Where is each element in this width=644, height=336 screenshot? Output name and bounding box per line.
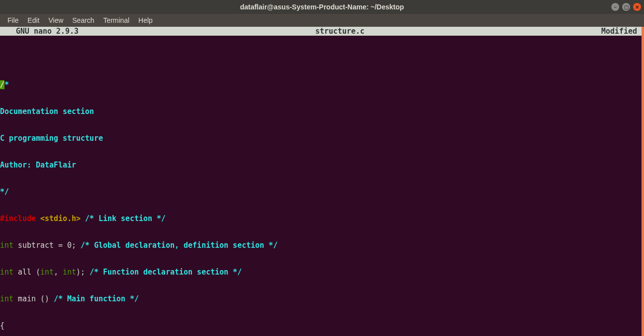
editor-blank-line (0, 54, 644, 62)
editor-area[interactable]: /* Documentation section C programming s… (0, 36, 644, 336)
nano-filename: structure.c (79, 27, 601, 36)
right-edge-strip (642, 27, 644, 336)
close-button[interactable]: ✕ (633, 3, 641, 11)
window-buttons: – ▢ ✕ (611, 3, 641, 11)
maximize-button[interactable]: ▢ (622, 3, 630, 11)
code-line: */ (0, 187, 644, 196)
comment-text: /* Main function */ (54, 294, 139, 303)
comment-text: /* Function declaration section */ (90, 268, 242, 277)
menubar: File Edit View Search Terminal Help (0, 14, 644, 27)
type-kw: int (40, 268, 54, 277)
code-text: subtract = 0; (13, 241, 80, 250)
menu-terminal[interactable]: Terminal (99, 15, 134, 26)
maximize-icon: ▢ (624, 4, 629, 10)
code-line: Documentation section (0, 107, 644, 116)
comment-text: * (4, 80, 9, 89)
menu-edit[interactable]: Edit (23, 15, 44, 26)
window-titlebar: dataflair@asus-System-Product-Name: ~/De… (0, 0, 644, 14)
nano-version: GNU nano 2.9.3 (0, 27, 79, 36)
cursor: / (0, 80, 4, 89)
code-text: all ( (13, 268, 40, 277)
type-kw: int (0, 241, 13, 250)
nano-modified: Modified (601, 27, 644, 36)
code-text: main () (13, 294, 54, 303)
code-line: /* (0, 80, 644, 89)
type-kw: int (62, 268, 76, 277)
menu-file[interactable]: File (3, 15, 23, 26)
close-icon: ✕ (635, 4, 639, 10)
code-line: Author: DataFlair (0, 161, 644, 169)
minimize-icon: – (614, 4, 617, 10)
nano-statusbar: GNU nano 2.9.3 structure.c Modified (0, 27, 644, 36)
preproc: #include (0, 214, 36, 223)
code-line: int main () /* Main function */ (0, 294, 644, 303)
menu-search[interactable]: Search (68, 15, 99, 26)
window-title: dataflair@asus-System-Product-Name: ~/De… (240, 3, 404, 11)
code-line: #include <stdio.h> /* Link section */ (0, 214, 644, 223)
comment-text: /* Global declaration, definition sectio… (81, 241, 278, 250)
code-text: ); (76, 268, 90, 277)
code-line: { (0, 321, 644, 330)
menu-view[interactable]: View (44, 15, 68, 26)
code-line: C programming structure (0, 134, 644, 143)
header-name: <stdio.h> (36, 214, 80, 223)
type-kw: int (0, 294, 13, 303)
menu-help[interactable]: Help (134, 15, 157, 26)
code-line: int subtract = 0; /* Global declaration,… (0, 241, 644, 250)
code-text: , (54, 268, 62, 277)
minimize-button[interactable]: – (611, 3, 619, 11)
comment-text: /* Link section */ (81, 214, 166, 223)
code-line: int all (int, int); /* Function declarat… (0, 268, 644, 277)
type-kw: int (0, 268, 13, 277)
